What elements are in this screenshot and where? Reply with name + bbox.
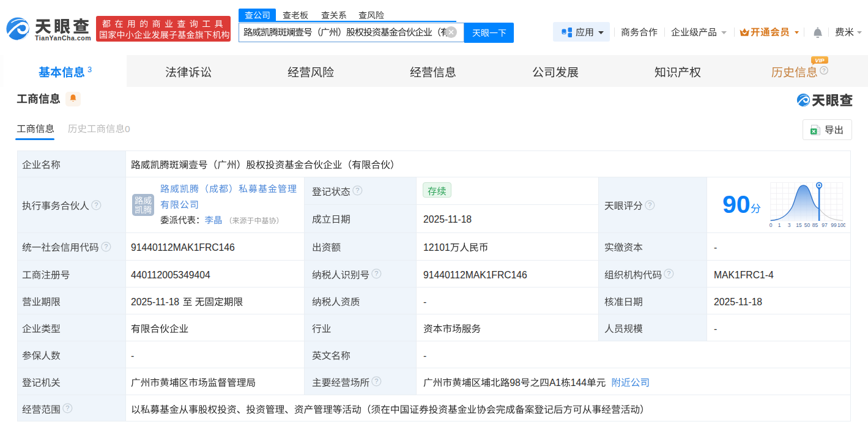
svg-text:?: ? [648,201,651,209]
svg-text:50: 50 [804,222,811,228]
svg-text:?: ? [374,377,378,385]
svg-text:MAK1FRC1-4: MAK1FRC1-4 [714,270,774,280]
svg-text:15: 15 [796,222,802,228]
svg-text:A1: A1 [549,377,561,388]
svg-text:?: ? [104,243,108,250]
svg-text:144: 144 [571,377,587,388]
svg-text:100: 100 [837,222,845,228]
svg-text:0: 0 [770,222,773,228]
svg-text:-: - [714,324,717,334]
svg-text:97: 97 [822,222,828,228]
svg-text:?: ? [355,187,359,194]
svg-text:2025-11-18: 2025-11-18 [423,214,472,225]
svg-text:91440112MAK1FRC146: 91440112MAK1FRC146 [423,270,527,280]
svg-text:85: 85 [812,222,818,228]
svg-text:-: - [423,297,426,307]
svg-text:?: ? [65,404,69,412]
svg-text:90: 90 [722,190,751,218]
svg-text:VIP: VIP [815,57,825,64]
svg-text:12101: 12101 [423,242,450,253]
svg-text:3: 3 [788,222,791,228]
svg-text:?: ? [94,201,98,209]
svg-text:?: ? [374,270,378,277]
svg-text:91440112MAK1FRC146: 91440112MAK1FRC146 [131,242,235,253]
svg-text:-: - [131,351,134,361]
svg-text:?: ? [667,270,670,277]
svg-text:?: ? [822,67,825,73]
svg-text:3: 3 [87,65,92,74]
svg-text:-: - [714,242,717,253]
svg-text:-: - [423,351,426,361]
svg-text:2025-11-18: 2025-11-18 [714,297,762,307]
svg-text:1: 1 [778,222,781,228]
svg-text:99: 99 [831,222,837,228]
svg-text:TianYanCha.com: TianYanCha.com [35,34,91,42]
svg-text:98: 98 [510,377,521,388]
svg-text:2025-11-18: 2025-11-18 [131,297,179,307]
svg-text:440112005349404: 440112005349404 [131,270,210,280]
svg-text:0: 0 [125,124,130,134]
